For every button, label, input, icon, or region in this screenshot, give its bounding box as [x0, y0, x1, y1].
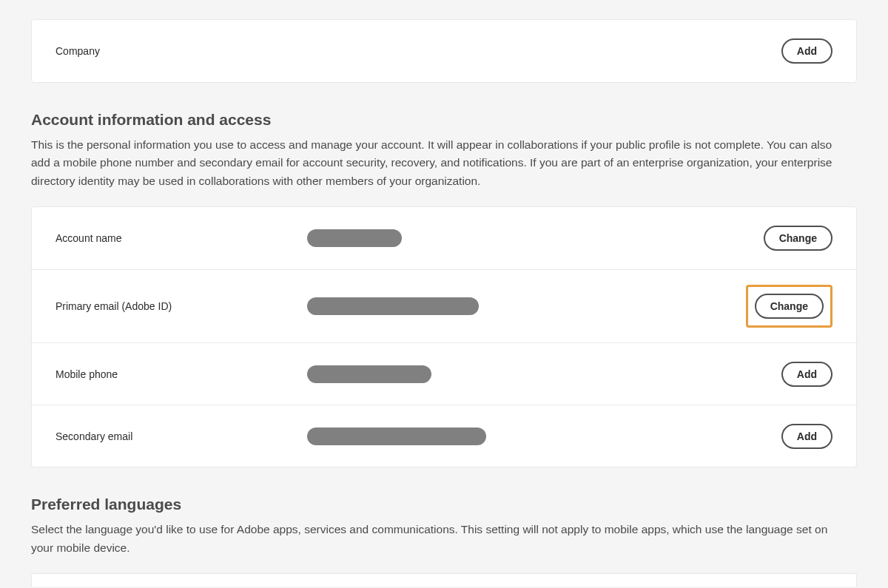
- mobile-phone-label: Mobile phone: [56, 368, 307, 380]
- account-info-card: Account name Change Primary email (Adobe…: [31, 206, 857, 467]
- languages-card-partial: [31, 573, 857, 587]
- secondary-email-row: Secondary email Add: [32, 405, 856, 467]
- languages-section-description: Select the language you'd like to use fo…: [31, 521, 845, 557]
- company-add-button[interactable]: Add: [781, 38, 832, 64]
- primary-email-change-button[interactable]: Change: [755, 294, 824, 319]
- mobile-phone-add-button[interactable]: Add: [781, 362, 832, 387]
- primary-email-row: Primary email (Adobe ID) Change: [32, 269, 856, 342]
- mobile-phone-row: Mobile phone Add: [32, 342, 856, 405]
- account-name-label: Account name: [56, 232, 307, 244]
- account-name-value-redacted: [307, 229, 402, 247]
- account-section-description: This is the personal information you use…: [31, 136, 845, 190]
- primary-email-value-redacted: [307, 297, 479, 315]
- primary-email-label: Primary email (Adobe ID): [56, 300, 307, 312]
- company-label: Company: [56, 45, 307, 57]
- account-name-change-button[interactable]: Change: [764, 226, 832, 251]
- secondary-email-label: Secondary email: [56, 430, 307, 442]
- primary-email-highlight: Change: [746, 285, 832, 328]
- account-section-title: Account information and access: [31, 111, 857, 129]
- company-card: Company Add: [31, 19, 857, 83]
- secondary-email-add-button[interactable]: Add: [781, 424, 832, 449]
- company-row: Company Add: [32, 20, 856, 82]
- account-name-row: Account name Change: [32, 207, 856, 269]
- mobile-phone-value-redacted: [307, 365, 431, 383]
- languages-section-title: Preferred languages: [31, 496, 857, 513]
- secondary-email-value-redacted: [307, 428, 486, 445]
